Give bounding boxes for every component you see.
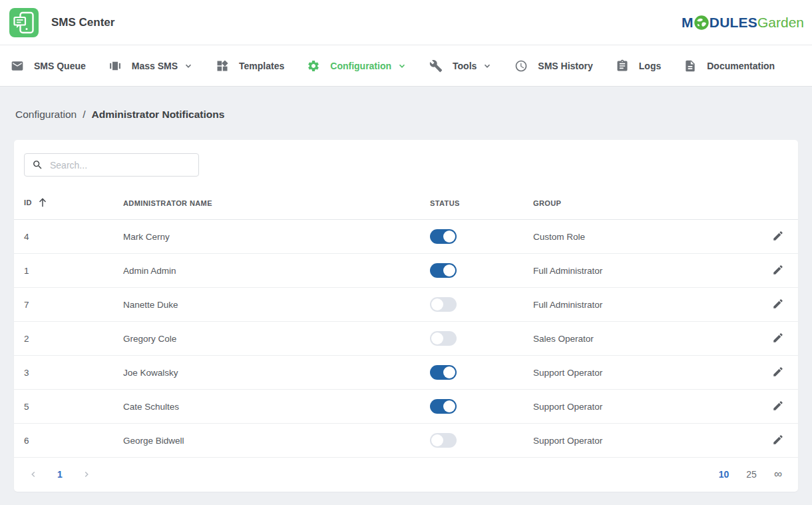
- email-icon: [11, 59, 24, 73]
- nav-item-sms-queue[interactable]: SMS Queue: [11, 59, 86, 73]
- status-toggle[interactable]: [430, 365, 457, 380]
- previous-page-icon[interactable]: [29, 470, 38, 479]
- status-toggle[interactable]: [430, 229, 457, 244]
- sort-ascending-icon[interactable]: [39, 198, 47, 209]
- clipboard-icon: [616, 59, 629, 73]
- nav-item-mass-sms[interactable]: Mass SMS: [108, 59, 193, 73]
- status-toggle[interactable]: [430, 331, 457, 346]
- cell-name: Joe Kowalsky: [123, 356, 430, 390]
- table-row: 4 Mark Cerny Custom Role: [14, 220, 798, 254]
- page-size-25[interactable]: 25: [746, 469, 757, 480]
- edit-icon[interactable]: [772, 264, 784, 276]
- cell-name: Gregory Cole: [123, 322, 430, 356]
- table-row: 5 Cate Schultes Support Operator: [14, 390, 798, 424]
- chevron-down-icon: [184, 61, 193, 71]
- nav-item-templates[interactable]: Templates: [216, 59, 284, 73]
- pagination: 1 1025∞: [14, 458, 798, 490]
- cell-group: Support Operator: [533, 424, 758, 458]
- table-row: 6 George Bidwell Support Operator: [14, 424, 798, 458]
- breadcrumb: Configuration / Administrator Notificati…: [14, 87, 798, 140]
- nav-item-sms-history[interactable]: SMS History: [514, 59, 592, 73]
- column-header-group[interactable]: GROUP: [533, 189, 758, 220]
- document-icon: [684, 59, 697, 73]
- cell-group: Full Administrator: [533, 288, 758, 322]
- edit-icon[interactable]: [772, 400, 784, 412]
- brand-text-garden: Garden: [757, 15, 804, 31]
- cell-group: Full Administrator: [533, 254, 758, 288]
- cell-id: 2: [14, 322, 123, 356]
- column-header-id[interactable]: ID: [14, 189, 123, 220]
- edit-icon[interactable]: [772, 434, 784, 446]
- breadcrumb-separator: /: [83, 109, 85, 121]
- globe-icon: [694, 15, 709, 30]
- brand-text-m: M: [682, 15, 694, 31]
- next-page-icon[interactable]: [82, 470, 91, 479]
- edit-icon[interactable]: [772, 366, 784, 378]
- cell-name: Admin Admin: [123, 254, 430, 288]
- current-page[interactable]: 1: [57, 469, 63, 480]
- cell-id: 7: [14, 288, 123, 322]
- cell-group: Support Operator: [533, 390, 758, 424]
- page-size-10[interactable]: 10: [719, 469, 729, 480]
- chevron-down-icon: [397, 61, 407, 71]
- table-row: 1 Admin Admin Full Administrator: [14, 254, 798, 288]
- phone-sms-icon: [9, 8, 39, 37]
- cell-name: Cate Schultes: [123, 390, 430, 424]
- chevron-down-icon: [483, 61, 492, 71]
- cell-id: 3: [14, 356, 123, 390]
- sms-center-app-icon: [9, 8, 39, 37]
- edit-icon[interactable]: [772, 298, 784, 310]
- search-input[interactable]: [50, 160, 192, 171]
- search-icon: [32, 159, 43, 171]
- cell-name: Mark Cerny: [123, 220, 430, 254]
- cell-id: 1: [14, 254, 123, 288]
- cell-group: Support Operator: [533, 356, 758, 390]
- cell-name: George Bidwell: [123, 424, 430, 458]
- admin-notifications-card: ID ADMINISTRATOR NAME STATUS GROUP 4 Mar…: [14, 140, 798, 492]
- cell-id: 5: [14, 390, 123, 424]
- table-row: 2 Gregory Cole Sales Operator: [14, 322, 798, 356]
- gear-icon: [307, 59, 320, 73]
- cell-group: Custom Role: [533, 220, 758, 254]
- clock-icon: [514, 59, 528, 73]
- brand-text-dules: DULES: [710, 15, 757, 31]
- cell-id: 4: [14, 220, 123, 254]
- nav-item-documentation[interactable]: Documentation: [684, 59, 775, 73]
- cell-name: Nanette Duke: [123, 288, 430, 322]
- nav-item-configuration[interactable]: Configuration: [307, 59, 407, 73]
- cell-id: 6: [14, 424, 123, 458]
- top-bar: SMS Center M DULES Garden: [0, 0, 812, 45]
- wrench-icon: [429, 59, 443, 73]
- search-box: [24, 153, 199, 177]
- modulesgarden-logo: M DULES Garden: [682, 15, 804, 31]
- breadcrumb-page: Administrator Notifications: [92, 109, 225, 121]
- status-toggle[interactable]: [430, 433, 457, 448]
- main-nav: SMS Queue Mass SMS Templates Configurati…: [0, 45, 812, 87]
- page-size-all[interactable]: ∞: [774, 468, 782, 481]
- nav-item-tools[interactable]: Tools: [429, 59, 492, 73]
- edit-icon[interactable]: [772, 230, 784, 242]
- page-title: SMS Center: [51, 16, 114, 29]
- edit-icon[interactable]: [772, 332, 784, 344]
- table-row: 3 Joe Kowalsky Support Operator: [14, 356, 798, 390]
- widgets-icon: [216, 59, 229, 73]
- cell-group: Sales Operator: [533, 322, 758, 356]
- status-toggle[interactable]: [430, 297, 457, 312]
- status-toggle[interactable]: [430, 263, 457, 278]
- column-header-actions: [758, 189, 798, 220]
- breadcrumb-section[interactable]: Configuration: [15, 109, 77, 121]
- administrators-table: ID ADMINISTRATOR NAME STATUS GROUP 4 Mar…: [14, 189, 798, 458]
- table-row: 7 Nanette Duke Full Administrator: [14, 288, 798, 322]
- carousel-icon: [108, 59, 122, 73]
- column-header-status[interactable]: STATUS: [430, 189, 533, 220]
- status-toggle[interactable]: [430, 399, 457, 414]
- nav-item-logs[interactable]: Logs: [616, 59, 661, 73]
- column-header-name[interactable]: ADMINISTRATOR NAME: [123, 189, 430, 220]
